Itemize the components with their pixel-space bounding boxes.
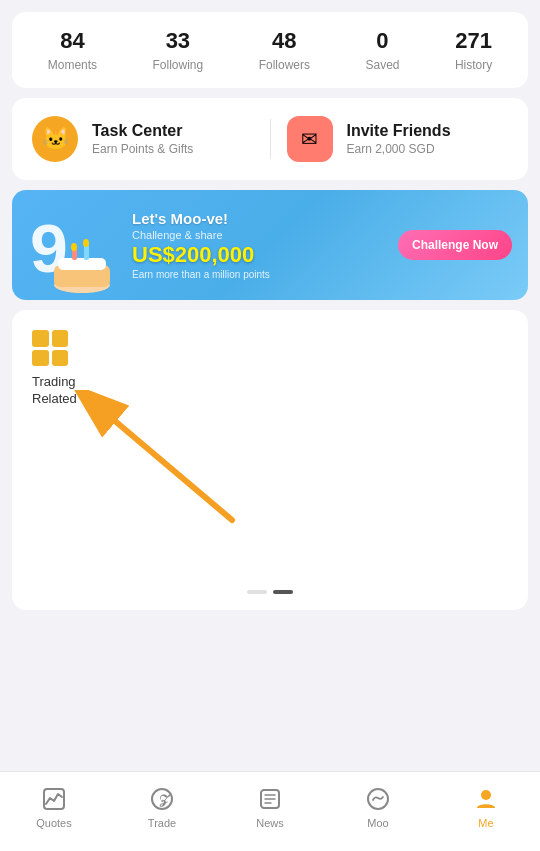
stat-label: Moments [48,58,97,72]
banner-title: Let's Moo-ve! [132,210,388,227]
stat-number: 84 [60,28,84,54]
stat-item-followers[interactable]: 48 Followers [259,28,310,72]
action-row: 🐱 Task Center Earn Points & Gifts ✉ Invi… [12,98,528,180]
stat-label: Followers [259,58,310,72]
moo-icon [364,785,392,813]
nav-label-moo: Moo [367,817,388,829]
stat-item-moments[interactable]: 84 Moments [48,28,97,72]
trading-label-line2: Related [32,391,77,406]
challenge-now-button[interactable]: Challenge Now [398,230,512,260]
task-center-title: Task Center [92,122,193,140]
pagination [12,590,528,594]
task-center-icon: 🐱 [32,116,78,162]
stat-label: Saved [365,58,399,72]
grid-cell-3 [32,350,49,367]
stat-label: Following [153,58,204,72]
action-divider [270,119,271,159]
svg-point-5 [71,243,77,251]
banner-prefix: Challenge & share [132,229,388,241]
stats-card: 84 Moments 33 Following 48 Followers 0 S… [12,12,528,88]
quotes-icon [40,785,68,813]
nav-label-news: News [256,817,284,829]
me-icon [472,785,500,813]
bottom-nav: Quotes 𝒵 Trade News Moo [0,771,540,851]
invite-text: Invite Friends Earn 2,000 SGD [347,122,451,156]
trade-icon: 𝒵 [148,785,176,813]
nav-label-trade: Trade [148,817,176,829]
arrow-annotation [72,390,272,550]
stat-number: 0 [376,28,388,54]
pagination-dot-1 [247,590,267,594]
svg-text:𝒵: 𝒵 [158,792,171,807]
news-icon [256,785,284,813]
stat-item-saved[interactable]: 0 Saved [365,28,399,72]
stat-label: History [455,58,492,72]
banner-subtitle: Earn more than a million points [132,269,388,280]
banner-content: Let's Moo-ve! Challenge & share US$200,0… [132,210,388,280]
grid-cell-1 [32,330,49,347]
task-center-text: Task Center Earn Points & Gifts [92,122,193,156]
stat-number: 271 [455,28,492,54]
nav-item-moo[interactable]: Moo [324,785,432,829]
invite-title: Invite Friends [347,122,451,140]
svg-point-18 [481,790,491,800]
nav-item-trade[interactable]: 𝒵 Trade [108,785,216,829]
cake-svg: 9 [22,200,122,300]
svg-point-7 [83,239,89,247]
grid-cell-4 [52,350,69,367]
banner-cake-decoration: 9 [12,190,132,300]
task-center-item[interactable]: 🐱 Task Center Earn Points & Gifts [32,116,254,162]
nav-label-quotes: Quotes [36,817,71,829]
banner-amount: US$200,000 [132,243,388,267]
nav-item-me[interactable]: Me [432,785,540,829]
trading-grid-icon [32,330,68,366]
nav-label-me: Me [478,817,493,829]
invite-subtitle: Earn 2,000 SGD [347,142,451,156]
svg-rect-3 [58,258,106,270]
stat-item-following[interactable]: 33 Following [153,28,204,72]
pagination-dot-2 [273,590,293,594]
cat-icon: 🐱 [42,128,69,150]
envelope-icon: ✉ [301,127,318,151]
task-center-subtitle: Earn Points & Gifts [92,142,193,156]
promo-banner[interactable]: 9 Let's Moo-ve! Challenge & share US$200… [12,190,528,300]
stat-number: 48 [272,28,296,54]
arrow-svg [72,390,272,550]
trading-card: Trading Related [12,310,528,610]
nav-item-news[interactable]: News [216,785,324,829]
trading-label-line1: Trading [32,374,76,389]
invite-friends-item[interactable]: ✉ Invite Friends Earn 2,000 SGD [287,116,509,162]
stat-item-history[interactable]: 271 History [455,28,492,72]
stat-number: 33 [166,28,190,54]
grid-cell-2 [52,330,69,347]
nav-item-quotes[interactable]: Quotes [0,785,108,829]
invite-icon: ✉ [287,116,333,162]
svg-line-9 [102,410,232,520]
